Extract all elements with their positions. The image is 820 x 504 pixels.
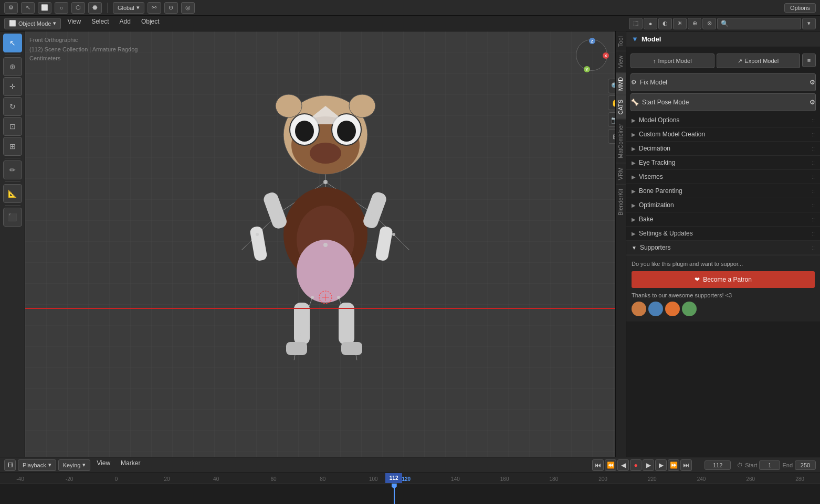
timeline-icon-btn[interactable]: 🎞: [4, 459, 16, 471]
svg-rect-25: [262, 190, 288, 230]
blenderkit-tab[interactable]: BlenderKit: [616, 184, 626, 220]
prev-keyframe-btn[interactable]: ⏪: [605, 459, 616, 471]
cats-tab[interactable]: CATS: [616, 95, 626, 119]
options-button[interactable]: Options: [784, 3, 816, 13]
viewport-gizmo[interactable]: Z X Y: [573, 37, 610, 73]
transform-tool-btn[interactable]: ⊞: [3, 137, 22, 156]
vrm-tab[interactable]: VRM: [616, 163, 626, 184]
object-nav-btn[interactable]: Object: [137, 18, 164, 29]
custom-model-label: Custom Model Creation: [639, 131, 705, 138]
viewport[interactable]: Front Orthographic (112) Scene Collectio…: [25, 31, 626, 457]
playback-dropdown[interactable]: Playback ▾: [18, 459, 56, 471]
add-cube-btn[interactable]: ⬛: [3, 208, 22, 227]
ruler-mark-240: 260: [746, 476, 755, 482]
select-extra-btn[interactable]: ⬣: [88, 2, 102, 14]
timeline-marker-btn[interactable]: Marker: [117, 459, 144, 471]
frame-info-row: ⏱ Start End: [705, 460, 816, 470]
view-nav-btn[interactable]: View: [63, 18, 85, 29]
ruler-mark-180: 200: [598, 476, 607, 482]
section-decimation[interactable]: ▶ Decimation ::: [626, 142, 820, 156]
import-export-menu-btn[interactable]: ≡: [802, 53, 816, 67]
viewport-shading-icons: ⬚ ● ◐ ☀ ⊕ ⊗ 🔍 ▾: [629, 18, 816, 29]
play-btn[interactable]: ▶: [643, 459, 654, 471]
select-circle-btn[interactable]: ○: [55, 2, 68, 14]
playback-chevron: ▾: [48, 462, 51, 468]
annotate-tool-btn[interactable]: ✏: [3, 160, 22, 179]
ruler-mark-20: 20: [164, 476, 170, 482]
scale-tool-btn[interactable]: ⊡: [3, 117, 22, 136]
svg-line-7: [394, 234, 409, 250]
select-nav-btn[interactable]: Select: [87, 18, 113, 29]
fix-model-btn[interactable]: ⚙ Fix Model ⚙: [630, 73, 816, 91]
arrow-optimization: ▶: [632, 202, 636, 208]
section-custom-model[interactable]: ▶ Custom Model Creation ::: [626, 127, 820, 142]
record-btn[interactable]: ●: [630, 459, 642, 471]
import-export-row: ↑ Import Model ↗ Export Model ≡: [626, 50, 820, 71]
add-nav-btn[interactable]: Add: [115, 18, 135, 29]
timeline-view-btn[interactable]: View: [92, 459, 114, 471]
end-frame-input[interactable]: [795, 460, 816, 470]
section-model-options[interactable]: ▶ Model Options ::: [626, 113, 820, 127]
side-tabs: Tool View MMD CATS MatCombiner VRM Blend…: [615, 31, 626, 457]
pose-mode-btn[interactable]: 🦴 Start Pose Mode ⚙: [630, 93, 816, 111]
mmd-tab[interactable]: MMD: [616, 72, 626, 95]
export-model-btn[interactable]: ↗ Export Model: [717, 53, 801, 68]
xray-btn[interactable]: ⊗: [702, 18, 716, 29]
supporters-section: Do you like this plugin and want to supp…: [626, 255, 820, 321]
section-bone-parenting[interactable]: ▶ Bone Parenting ::: [626, 184, 820, 198]
material-btn[interactable]: ◐: [658, 18, 672, 29]
tool-tab[interactable]: Tool: [616, 31, 626, 51]
separator-1: [107, 3, 108, 13]
search-expand-btn[interactable]: ▾: [802, 18, 816, 29]
tool-sep-1: [5, 55, 20, 55]
next-frame-btn[interactable]: ▶: [655, 459, 667, 471]
prev-frame-btn[interactable]: ◀: [617, 459, 629, 471]
section-bake[interactable]: ▶ Bake ::: [626, 212, 820, 227]
solid-btn[interactable]: ●: [644, 18, 657, 29]
drag-handle-settings: ::: [812, 231, 815, 237]
section-settings[interactable]: ▶ Settings & Updates ::: [626, 227, 820, 241]
jump-end-btn[interactable]: ⏭: [680, 459, 692, 471]
viewport-overlay-info: Front Orthographic (112) Scene Collectio…: [29, 36, 138, 63]
jump-start-btn[interactable]: ⏮: [592, 459, 604, 471]
blender-logo[interactable]: ⚙: [4, 2, 18, 14]
svg-point-38: [256, 233, 259, 236]
select-tool-btn[interactable]: ↖: [21, 2, 35, 14]
move-tool-btn[interactable]: ✛: [3, 77, 22, 96]
start-frame-input[interactable]: [759, 460, 780, 470]
supporter-avatars: [632, 302, 815, 316]
rendered-btn[interactable]: ☀: [673, 18, 687, 29]
rotate-tool-btn[interactable]: ↻: [3, 97, 22, 116]
import-model-btn[interactable]: ↑ Import Model: [630, 53, 714, 68]
search-bar[interactable]: 🔍: [717, 18, 801, 29]
proportional2-btn[interactable]: ◎: [181, 2, 195, 14]
view-tab[interactable]: View: [616, 51, 626, 72]
keying-dropdown[interactable]: Keying ▾: [58, 459, 91, 471]
ruler-mark--40: -40: [16, 476, 24, 482]
svg-rect-26: [362, 190, 388, 230]
overlay-btn[interactable]: ⊕: [688, 18, 701, 29]
right-panel: ▼ Model ↑ Import Model ↗ Export Model ≡ …: [626, 31, 820, 457]
ruler-mark-120: 140: [451, 476, 460, 482]
measure-tool-btn[interactable]: 📐: [3, 184, 22, 203]
select-lasso-btn[interactable]: ⬡: [71, 2, 85, 14]
become-patron-btn[interactable]: ❤ Become a Patron: [632, 271, 815, 288]
wireframe-btn[interactable]: ⬚: [629, 18, 643, 29]
snap-btn[interactable]: ⚯: [148, 2, 161, 14]
next-keyframe-btn[interactable]: ⏩: [668, 459, 679, 471]
section-supporters[interactable]: ▼ Supporters ::: [626, 241, 820, 255]
global-dropdown[interactable]: Global ▾: [113, 2, 144, 14]
proportional-btn[interactable]: ⊙: [164, 2, 178, 14]
select-tool-btn[interactable]: ↖: [3, 34, 22, 52]
object-mode-dropdown[interactable]: ⬜ Object Mode ▾: [4, 18, 61, 29]
ruler-mark-200: 220: [648, 476, 657, 482]
section-optimization[interactable]: ▶ Optimization ::: [626, 198, 820, 212]
cursor-tool-btn[interactable]: ⊕: [3, 57, 22, 76]
ruler-mark-140: 160: [500, 476, 509, 482]
section-visemes[interactable]: ▶ Visemes ::: [626, 170, 820, 184]
matcombiner-tab[interactable]: MatCombiner: [616, 119, 626, 163]
section-eye-tracking[interactable]: ▶ Eye Tracking ::: [626, 156, 820, 170]
svg-point-42: [311, 296, 314, 299]
current-frame-input[interactable]: [705, 460, 731, 470]
select-box-btn[interactable]: ⬜: [38, 2, 51, 14]
